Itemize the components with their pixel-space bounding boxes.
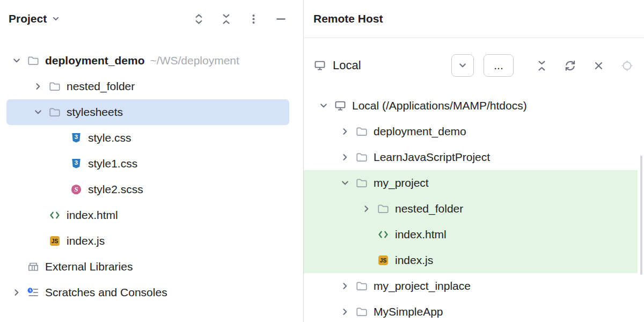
folder-icon bbox=[355, 177, 368, 189]
ide-window: Project bbox=[0, 0, 644, 322]
chevron-right-icon[interactable] bbox=[28, 74, 48, 99]
tree-row-scratches-and-consoles[interactable]: Scratches and Consoles bbox=[0, 280, 303, 305]
indent-spacer bbox=[6, 254, 27, 280]
tree-item-label: index.js bbox=[67, 235, 105, 247]
close-icon[interactable] bbox=[592, 59, 605, 72]
tree-item-label: Scratches and Consoles bbox=[45, 286, 167, 299]
css-file-icon: 3 bbox=[70, 131, 83, 144]
tree-row-my-project[interactable]: my_project bbox=[304, 170, 638, 196]
more-options-kebab-icon[interactable] bbox=[247, 12, 260, 25]
tree-row-mysimpleapp[interactable]: MySimpleApp bbox=[304, 299, 644, 322]
server-select-dropdown-button[interactable] bbox=[451, 54, 474, 77]
tree-row-learnjavascriptproject[interactable]: LearnJavaScriptProject bbox=[304, 144, 644, 170]
tree-item-label: deployment_demo bbox=[374, 125, 466, 138]
chevron-down-icon[interactable] bbox=[51, 14, 61, 24]
project-tree: deployment_demo ~/WS/deployment nested_f… bbox=[0, 38, 303, 305]
tree-row-nested-folder[interactable]: nested_folder bbox=[0, 74, 303, 99]
external-libraries-icon bbox=[27, 260, 40, 273]
project-header: Project bbox=[0, 0, 303, 38]
scss-file-icon: S bbox=[70, 183, 83, 196]
tree-item-label: External Libraries bbox=[45, 260, 133, 273]
project-tool-window: Project bbox=[0, 0, 304, 322]
tree-item-label: index.html bbox=[67, 209, 118, 222]
tree-row-stylesheets[interactable]: stylesheets bbox=[0, 99, 303, 125]
tree-item-label: my_project_inplace bbox=[374, 280, 471, 292]
css-file-icon: 3 bbox=[70, 157, 83, 170]
tree-row-nested-folder-remote[interactable]: nested_folder bbox=[304, 196, 638, 222]
tree-row-index-js-remote[interactable]: JS index.js bbox=[304, 247, 638, 273]
remote-host-tree: Local (/Applications/MAMP/htdocs) deploy… bbox=[304, 93, 644, 322]
project-header-actions bbox=[178, 12, 287, 25]
chevron-right-icon[interactable] bbox=[6, 280, 27, 305]
tree-row-style2-scss[interactable]: S style2.scss bbox=[0, 177, 303, 202]
tree-item-label: stylesheets bbox=[67, 106, 123, 119]
chevron-right-icon[interactable] bbox=[335, 119, 355, 144]
chevron-right-icon[interactable] bbox=[335, 144, 355, 170]
tree-item-label: MySimpleApp bbox=[374, 305, 443, 318]
project-view-title[interactable]: Project bbox=[9, 12, 47, 25]
collapse-all-icon[interactable] bbox=[535, 59, 548, 72]
remote-host-tool-window: Remote Host Local ... bbox=[304, 0, 644, 322]
tree-item-label: Local (/Applications/MAMP/htdocs) bbox=[352, 99, 527, 112]
remote-host-title: Remote Host bbox=[313, 12, 383, 25]
tree-item-label: deployment_demo bbox=[45, 54, 145, 67]
indent-spacer bbox=[49, 151, 70, 177]
tree-row-style1-css[interactable]: 3 style1.css bbox=[0, 151, 303, 177]
tree-item-label: style2.scss bbox=[88, 183, 143, 196]
chevron-down-icon[interactable] bbox=[28, 99, 48, 125]
chevron-down-icon[interactable] bbox=[313, 93, 334, 119]
html-file-icon bbox=[48, 209, 61, 222]
indent-spacer bbox=[49, 125, 70, 151]
folder-icon bbox=[355, 151, 368, 164]
refresh-icon[interactable] bbox=[564, 59, 576, 72]
locate-target-icon[interactable] bbox=[620, 59, 633, 72]
chevron-down-icon[interactable] bbox=[6, 48, 27, 74]
remote-host-header: Remote Host bbox=[304, 0, 644, 38]
chevron-right-icon[interactable] bbox=[356, 196, 377, 222]
expand-all-icon[interactable] bbox=[192, 12, 205, 25]
vertical-scrollbar[interactable] bbox=[640, 156, 642, 275]
indent-spacer bbox=[28, 202, 48, 228]
hide-tool-window-icon[interactable] bbox=[274, 12, 287, 25]
collapse-all-icon[interactable] bbox=[219, 12, 232, 25]
tree-item-label: nested_folder bbox=[395, 202, 463, 215]
indent-spacer bbox=[356, 222, 377, 247]
server-monitor-icon bbox=[313, 59, 326, 72]
svg-text:3: 3 bbox=[75, 159, 78, 166]
indent-spacer bbox=[356, 247, 377, 273]
tree-item-label: my_project bbox=[374, 177, 429, 189]
browse-remote-hosts-button[interactable]: ... bbox=[484, 54, 514, 77]
tree-item-label: nested_folder bbox=[67, 80, 135, 93]
tree-row-deployment-demo-remote[interactable]: deployment_demo bbox=[304, 119, 644, 144]
tree-row-index-js[interactable]: JS index.js bbox=[0, 228, 303, 254]
tree-row-local-root[interactable]: Local (/Applications/MAMP/htdocs) bbox=[304, 93, 644, 119]
scratches-clock-icon bbox=[27, 286, 40, 299]
tree-row-deployment-demo[interactable]: deployment_demo ~/WS/deployment bbox=[0, 48, 303, 74]
tree-row-index-html-remote[interactable]: index.html bbox=[304, 222, 638, 247]
html-file-icon bbox=[377, 228, 390, 241]
folder-icon bbox=[48, 106, 61, 119]
js-file-icon: JS bbox=[48, 235, 61, 247]
more-button-label: ... bbox=[494, 59, 503, 72]
folder-icon bbox=[355, 125, 368, 138]
server-monitor-icon bbox=[334, 99, 347, 112]
svg-text:S: S bbox=[74, 185, 78, 193]
svg-text:JS: JS bbox=[52, 238, 58, 244]
tree-item-label: index.js bbox=[395, 254, 433, 267]
tree-item-label: style1.css bbox=[88, 157, 137, 170]
tree-row-my-project-inplace[interactable]: my_project_inplace bbox=[304, 273, 644, 299]
chevron-down-icon[interactable] bbox=[335, 170, 355, 196]
js-file-icon: JS bbox=[377, 254, 390, 267]
tree-row-external-libraries[interactable]: External Libraries bbox=[0, 254, 303, 280]
svg-text:JS: JS bbox=[380, 258, 387, 264]
server-select-value[interactable]: Local bbox=[333, 58, 361, 72]
tree-row-style-css[interactable]: 3 style.css bbox=[0, 125, 303, 151]
project-path-hint: ~/WS/deployment bbox=[150, 54, 239, 67]
indent-spacer bbox=[49, 177, 70, 202]
tree-item-label: index.html bbox=[395, 228, 447, 241]
folder-icon bbox=[377, 202, 390, 215]
chevron-right-icon[interactable] bbox=[335, 299, 355, 322]
tree-row-index-html[interactable]: index.html bbox=[0, 202, 303, 228]
chevron-right-icon[interactable] bbox=[335, 273, 355, 299]
tree-item-label: LearnJavaScriptProject bbox=[374, 151, 490, 164]
